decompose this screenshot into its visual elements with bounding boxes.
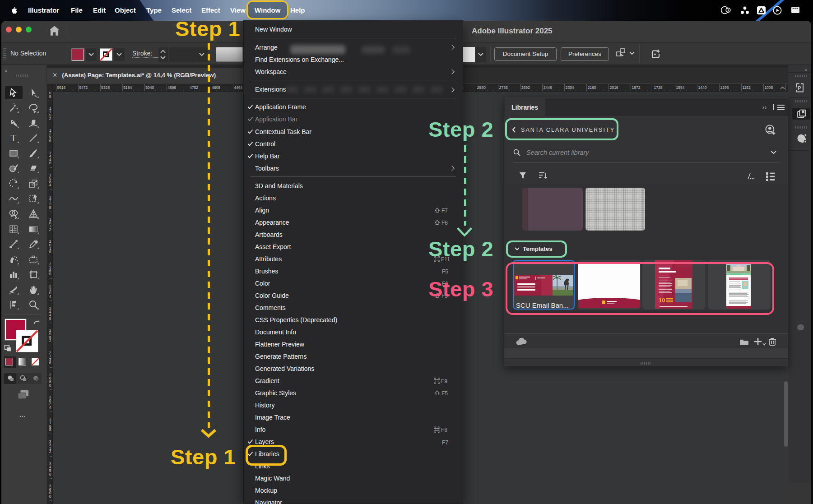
svg-text:P: P bbox=[798, 85, 801, 91]
svg-text:T: T bbox=[11, 133, 17, 143]
